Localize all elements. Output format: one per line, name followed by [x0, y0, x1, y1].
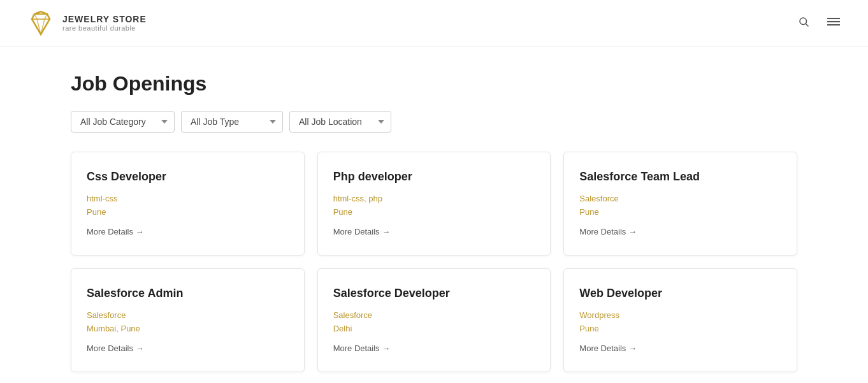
job-title: Php developer — [333, 170, 535, 184]
job-location: Pune — [579, 324, 781, 333]
svg-point-0 — [800, 18, 807, 25]
job-tags: html-css, php — [333, 194, 535, 203]
page-title: Job Openings — [71, 72, 797, 96]
logo-area: JEWELRY STORE rare beautiful durable — [25, 8, 147, 38]
type-filter[interactable]: All Job TypeFull TimePart TimeContract — [181, 111, 283, 133]
logo-subtitle: rare beautiful durable — [62, 24, 147, 32]
jobs-grid: Css Developer html-css Pune More Details… — [71, 152, 797, 372]
job-tags: html-css — [87, 194, 289, 203]
search-button[interactable] — [795, 13, 812, 33]
logo-text-block: JEWELRY STORE rare beautiful durable — [62, 14, 147, 32]
header-icons — [795, 13, 843, 33]
category-filter[interactable]: All Job CategorySalesforceWeb Developmen… — [71, 111, 175, 133]
job-card: Salesforce Admin Salesforce Mumbai, Pune… — [71, 268, 305, 372]
job-card: Php developer html-css, php Pune More De… — [317, 152, 551, 256]
job-card: Salesforce Developer Salesforce Delhi Mo… — [317, 268, 551, 372]
job-tags: Salesforce — [87, 310, 289, 320]
job-card: Salesforce Team Lead Salesforce Pune Mor… — [563, 152, 797, 256]
job-tags: Salesforce — [579, 194, 781, 203]
job-location: Delhi — [333, 324, 535, 333]
more-details-link[interactable]: More Details → — [333, 343, 391, 353]
job-title: Css Developer — [87, 170, 289, 184]
job-card: Web Developer Wordpress Pune More Detail… — [563, 268, 797, 372]
svg-line-1 — [806, 24, 808, 26]
filters-bar: All Job CategorySalesforceWeb Developmen… — [71, 111, 797, 133]
main-content: Job Openings All Job CategorySalesforceW… — [52, 47, 816, 383]
job-location: Mumbai, Pune — [87, 324, 289, 333]
job-title: Web Developer — [579, 287, 781, 300]
job-title: Salesforce Team Lead — [579, 170, 781, 184]
job-location: Pune — [87, 207, 289, 217]
logo-icon — [25, 8, 56, 38]
job-title: Salesforce Developer — [333, 287, 535, 300]
location-filter[interactable]: All Job LocationPuneMumbaiDelhi — [289, 111, 391, 133]
more-details-link[interactable]: More Details → — [87, 343, 144, 353]
more-details-link[interactable]: More Details → — [87, 227, 144, 236]
header: JEWELRY STORE rare beautiful durable — [0, 0, 868, 47]
more-details-link[interactable]: More Details → — [333, 227, 391, 236]
logo-title: JEWELRY STORE — [62, 14, 147, 24]
job-title: Salesforce Admin — [87, 287, 289, 300]
job-tags: Wordpress — [579, 310, 781, 320]
more-details-link[interactable]: More Details → — [579, 227, 637, 236]
job-tags: Salesforce — [333, 310, 535, 320]
more-details-link[interactable]: More Details → — [579, 343, 637, 353]
job-card: Css Developer html-css Pune More Details… — [71, 152, 305, 256]
job-location: Pune — [333, 207, 535, 217]
menu-icon — [827, 17, 840, 27]
job-location: Pune — [579, 207, 781, 217]
search-icon — [798, 16, 809, 27]
menu-button[interactable] — [825, 14, 843, 33]
